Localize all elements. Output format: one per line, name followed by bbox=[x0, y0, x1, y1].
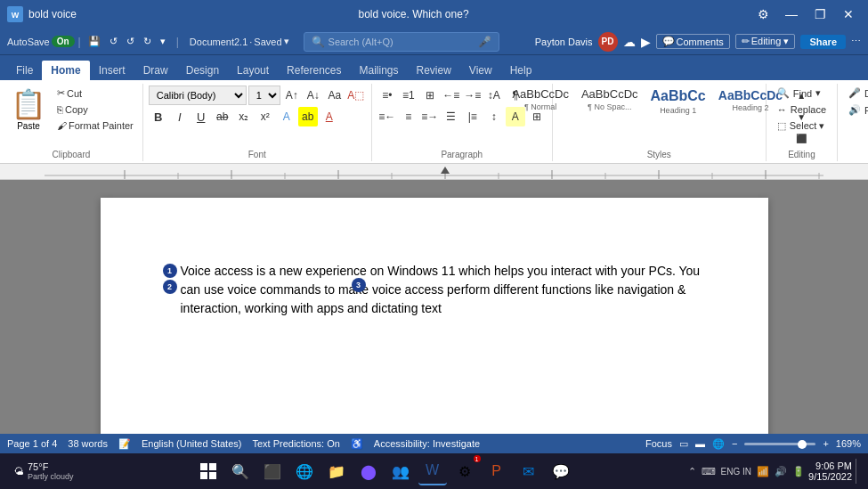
comments-btn[interactable]: 💬 Comments bbox=[656, 34, 730, 49]
tab-home[interactable]: Home bbox=[42, 61, 89, 80]
close-btn[interactable]: ✕ bbox=[836, 5, 861, 23]
taskbar-search[interactable]: 🔍 bbox=[226, 457, 255, 485]
taskbar-taskview[interactable]: ⬛ bbox=[258, 457, 287, 485]
zoom-out-btn[interactable]: − bbox=[732, 438, 737, 449]
restore-btn[interactable]: ❐ bbox=[807, 5, 832, 23]
more-btn[interactable]: ⋯ bbox=[851, 36, 861, 47]
clear-format-btn[interactable]: A⬚ bbox=[346, 86, 366, 105]
taskbar-cortana[interactable]: ⬤ bbox=[354, 457, 383, 485]
tab-help[interactable]: Help bbox=[501, 61, 541, 80]
strikethrough-btn[interactable]: ab bbox=[213, 107, 232, 126]
justify-btn[interactable]: ☰ bbox=[442, 107, 461, 126]
subscript-btn[interactable]: x₂ bbox=[234, 107, 254, 126]
tab-review[interactable]: Review bbox=[408, 61, 460, 80]
decrease-indent-btn[interactable]: ←≡ bbox=[442, 86, 461, 105]
bold-btn[interactable]: B bbox=[149, 107, 168, 126]
settings-btn[interactable]: ⚙ bbox=[750, 5, 775, 23]
minimize-btn[interactable]: — bbox=[779, 5, 804, 23]
speaker-icon[interactable]: 🔊 bbox=[775, 466, 787, 477]
focus-btn[interactable]: Focus bbox=[645, 438, 672, 449]
editing-mode-btn[interactable]: ✏ Editing ▾ bbox=[735, 34, 796, 49]
italic-btn[interactable]: I bbox=[170, 107, 190, 126]
share-btn[interactable]: Share bbox=[800, 35, 846, 49]
undo-btn[interactable]: ↺ bbox=[106, 34, 121, 49]
align-left-btn[interactable]: ≡← bbox=[377, 107, 397, 126]
taskbar-start[interactable] bbox=[194, 457, 223, 485]
paste-btn[interactable]: 📋 Paste bbox=[5, 86, 52, 133]
superscript-btn[interactable]: x² bbox=[256, 107, 275, 126]
style-normal[interactable]: AaBbCcDc ¶ Normal bbox=[507, 86, 574, 113]
autosave-toggle[interactable]: On bbox=[52, 36, 75, 47]
tab-layout[interactable]: Layout bbox=[228, 61, 278, 80]
column-break-btn[interactable]: |≡ bbox=[463, 107, 483, 126]
dictate-btn[interactable]: 🎤 Dictate ▾ bbox=[843, 86, 868, 101]
tab-design[interactable]: Design bbox=[177, 61, 228, 80]
view-web-btn[interactable]: 🌐 bbox=[712, 438, 725, 450]
taskbar-edge[interactable]: 🌐 bbox=[290, 457, 319, 485]
tab-draw[interactable]: Draw bbox=[134, 61, 177, 80]
taskbar-mail[interactable]: ✉ bbox=[515, 457, 543, 485]
tab-references[interactable]: References bbox=[278, 61, 350, 80]
zoom-in-btn[interactable]: + bbox=[823, 438, 828, 449]
zoom-level[interactable]: 169% bbox=[836, 438, 861, 449]
taskbar-settings[interactable]: ⚙ 1 bbox=[450, 457, 479, 485]
cloud-icon[interactable]: ☁ bbox=[623, 35, 636, 49]
battery-icon[interactable]: 🔋 bbox=[792, 466, 805, 477]
language[interactable]: English (United States) bbox=[142, 438, 242, 449]
zoom-slider[interactable] bbox=[744, 443, 815, 445]
redo-btn[interactable]: ↻ bbox=[140, 34, 155, 49]
underline-btn[interactable]: U bbox=[191, 107, 211, 126]
search-input[interactable] bbox=[329, 37, 475, 47]
present-icon[interactable]: ▶ bbox=[641, 35, 651, 49]
replace-btn[interactable]: ↔ Replace bbox=[772, 102, 831, 117]
increase-indent-btn[interactable]: →≡ bbox=[463, 86, 483, 105]
taskbar-teams[interactable]: 👥 bbox=[386, 457, 415, 485]
taskbar-explorer[interactable]: 📁 bbox=[322, 457, 351, 485]
font-family-select[interactable]: Calibri (Body) bbox=[149, 86, 247, 105]
tab-insert[interactable]: Insert bbox=[90, 61, 134, 80]
multilevel-list-btn[interactable]: ⊞ bbox=[420, 86, 440, 105]
select-btn[interactable]: ⬚ Select ▾ bbox=[772, 118, 831, 134]
align-right-btn[interactable]: ≡→ bbox=[420, 107, 440, 126]
keyboard-icon[interactable]: ⌨ bbox=[702, 466, 716, 477]
undo-btn2[interactable]: ↺ bbox=[123, 34, 138, 49]
search-box[interactable]: 🔍 🎤 bbox=[304, 32, 499, 52]
customize-btn[interactable]: ▾ bbox=[157, 34, 169, 49]
style-no-space[interactable]: AaBbCcDc ¶ No Spac... bbox=[576, 86, 644, 113]
network-icon[interactable]: 📶 bbox=[757, 466, 769, 477]
font-color-btn[interactable]: A bbox=[320, 107, 339, 126]
lang-indicator[interactable]: ENG IN bbox=[721, 467, 751, 477]
format-painter-btn[interactable]: 🖌 Format Painter bbox=[53, 118, 137, 133]
view-single-btn[interactable]: ▭ bbox=[679, 438, 688, 450]
tab-view[interactable]: View bbox=[460, 61, 501, 80]
line-spacing-btn[interactable]: ↕ bbox=[484, 107, 504, 126]
copy-btn[interactable]: ⎘ Copy bbox=[53, 102, 137, 117]
style-heading1[interactable]: AaBbCc Heading 1 bbox=[645, 86, 711, 117]
font-size-select[interactable]: 11 bbox=[248, 86, 280, 105]
tab-file[interactable]: File bbox=[7, 61, 42, 80]
text-effects-btn[interactable]: A bbox=[277, 107, 296, 126]
taskbar-powerpoint[interactable]: P bbox=[483, 457, 511, 485]
sort-btn[interactable]: ↕A bbox=[484, 86, 504, 105]
view-split-btn[interactable]: ▬ bbox=[695, 438, 705, 449]
align-center-btn[interactable]: ≡ bbox=[399, 107, 418, 126]
numbered-list-btn[interactable]: ≡1 bbox=[399, 86, 418, 105]
clock[interactable]: 9:06 PM 9/15/2022 bbox=[808, 460, 852, 482]
tab-mailings[interactable]: Mailings bbox=[350, 61, 407, 80]
decrease-font-btn[interactable]: A↓ bbox=[304, 86, 323, 105]
accessibility-status[interactable]: Accessibility: Investigate bbox=[374, 438, 480, 449]
find-btn[interactable]: 🔍 Find ▾ bbox=[772, 86, 826, 101]
document-text[interactable]: Voice access is a new experience on Wind… bbox=[181, 262, 704, 318]
cut-btn[interactable]: ✂ Cut bbox=[53, 86, 137, 101]
increase-font-btn[interactable]: A↑ bbox=[282, 86, 302, 105]
read-aloud-btn[interactable]: 🔊 Read Aloud bbox=[843, 102, 868, 118]
chevron-icon[interactable]: ⌃ bbox=[688, 466, 696, 477]
bullet-list-btn[interactable]: ≡• bbox=[377, 86, 397, 105]
save-btn[interactable]: 💾 bbox=[85, 34, 104, 49]
change-case-btn[interactable]: Aa bbox=[325, 86, 345, 105]
document-scroll[interactable]: 1 2 Voice access is a new experience on … bbox=[0, 180, 868, 434]
text-predictions[interactable]: Text Predictions: On bbox=[252, 438, 339, 449]
user-avatar[interactable]: PD bbox=[598, 32, 618, 52]
show-desktop-btn[interactable] bbox=[856, 459, 861, 484]
taskbar-word[interactable]: W bbox=[418, 457, 447, 485]
